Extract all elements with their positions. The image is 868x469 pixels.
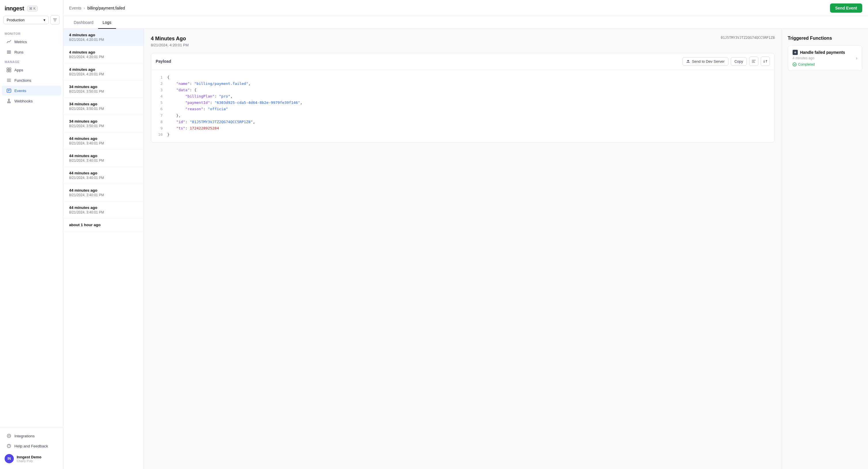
webhook-icon — [6, 98, 11, 103]
event-detail-date: 8/21/2024, 4:20:01 PM — [151, 43, 189, 47]
sidebar-item-runs[interactable]: Runs — [2, 47, 61, 57]
svg-rect-0 — [7, 51, 11, 51]
environment-dropdown[interactable]: Production ▾ — [3, 16, 49, 24]
svg-rect-7 — [7, 79, 11, 80]
function-status: Completed — [793, 62, 845, 66]
event-list-item[interactable]: 4 minutes ago 8/21/2024, 4:20:01 PM — [63, 46, 144, 63]
lines-icon — [751, 59, 756, 64]
event-time: 44 minutes ago — [69, 171, 138, 175]
send-to-dev-label: Send to Dev Server — [692, 59, 724, 64]
svg-point-11 — [7, 102, 9, 103]
sort-button[interactable] — [761, 57, 770, 66]
svg-rect-2 — [7, 53, 11, 54]
copy-button[interactable]: Copy — [731, 57, 747, 66]
event-list-item[interactable]: 44 minutes ago 8/21/2024, 3:40:01 PM — [63, 167, 144, 184]
sidebar-bottom: Integrations ? Help and Feedback IN Inng… — [0, 428, 63, 469]
sidebar-item-apps[interactable]: Apps — [2, 65, 61, 75]
env-selector: Production ▾ — [3, 15, 60, 25]
sidebar-item-label-metrics: Metrics — [14, 40, 27, 44]
event-time: 34 minutes ago — [69, 85, 138, 89]
sidebar-item-label-help: Help and Feedback — [14, 444, 48, 448]
event-list-item[interactable]: about 1 hour ago — [63, 219, 144, 232]
code-line: 2 "name": "billing/payment.failed", — [157, 81, 769, 87]
event-list-item[interactable]: 34 minutes ago 8/21/2024, 3:50:01 PM — [63, 115, 144, 132]
content-area: 4 minutes ago 8/21/2024, 4:20:01 PM 4 mi… — [63, 29, 868, 469]
function-card-left: Handle failed payments 4 minutes ago Com… — [793, 50, 845, 66]
function-name: Handle failed payments — [800, 50, 845, 55]
event-list-item[interactable]: 44 minutes ago 8/21/2024, 3:40:01 PM — [63, 184, 144, 201]
svg-rect-1 — [7, 52, 11, 52]
event-list-item[interactable]: 4 minutes ago 8/21/2024, 4:20:01 PM — [63, 63, 144, 81]
sliders-icon — [53, 18, 57, 22]
sidebar-item-label-apps: Apps — [14, 68, 23, 72]
event-date: 8/21/2024, 4:20:01 PM — [69, 38, 138, 42]
check-circle-icon — [793, 62, 797, 66]
svg-rect-8 — [7, 80, 11, 81]
sidebar-item-help[interactable]: ? Help and Feedback — [2, 441, 61, 451]
breadcrumb: Events › billing/payment.failed — [69, 6, 125, 10]
event-date: 8/21/2024, 4:20:01 PM — [69, 72, 138, 76]
svg-point-19 — [793, 63, 796, 66]
payload-card: Payload Send to Dev Server Copy — [151, 53, 775, 143]
event-list-item[interactable]: 44 minutes ago 8/21/2024, 3:40:01 PM — [63, 132, 144, 150]
user-row[interactable]: IN Inngest Demo Charly Poly — [0, 451, 63, 466]
chart-line-icon — [6, 39, 11, 44]
svg-point-15 — [8, 435, 9, 436]
sidebar-item-integrations[interactable]: Integrations — [2, 431, 61, 441]
event-time: 34 minutes ago — [69, 119, 138, 123]
environment-label: Production — [7, 18, 25, 22]
event-date: 8/21/2024, 3:50:01 PM — [69, 90, 138, 94]
event-list-item[interactable]: 4 minutes ago 8/21/2024, 4:20:01 PM — [63, 29, 144, 46]
user-name: Inngest Demo — [17, 455, 41, 459]
function-status-label: Completed — [798, 62, 815, 66]
cmd-badge[interactable]: ⌘ K — [27, 6, 38, 11]
event-date: 8/21/2024, 3:40:01 PM — [69, 176, 138, 180]
event-time: 4 minutes ago — [69, 50, 138, 54]
event-list-item[interactable]: 34 minutes ago 8/21/2024, 3:50:01 PM — [63, 81, 144, 98]
function-card[interactable]: Handle failed payments 4 minutes ago Com… — [788, 45, 862, 71]
tab-logs[interactable]: Logs — [98, 16, 116, 29]
event-date: 8/21/2024, 3:40:01 PM — [69, 159, 138, 163]
events-icon — [6, 88, 11, 93]
breadcrumb-root[interactable]: Events — [69, 6, 82, 10]
payload-actions: Send to Dev Server Copy — [682, 57, 770, 66]
code-line: 5 "paymentId": "6303d925-cda5-4d64-8b2e-… — [157, 99, 769, 106]
function-icon — [793, 50, 798, 55]
send-to-dev-button[interactable]: Send to Dev Server — [682, 57, 728, 66]
sidebar-item-functions[interactable]: Functions — [2, 75, 61, 85]
sidebar-item-events[interactable]: Events — [2, 86, 61, 96]
event-date: 8/21/2024, 4:20:01 PM — [69, 55, 138, 59]
event-time: about 1 hour ago — [69, 223, 138, 227]
send-event-button[interactable]: Send Event — [830, 3, 862, 13]
event-time: 4 minutes ago — [69, 33, 138, 37]
integrations-icon — [6, 433, 11, 438]
main-content: Events › billing/payment.failed Send Eve… — [63, 0, 868, 469]
code-line: 6 "reason": "officia" — [157, 106, 769, 112]
event-detail-header: 4 Minutes Ago 8/21/2024, 4:20:01 PM 01J5… — [151, 36, 775, 47]
event-list-item[interactable]: 34 minutes ago 8/21/2024, 3:50:01 PM — [63, 98, 144, 115]
event-time: 44 minutes ago — [69, 206, 138, 210]
event-date: 8/21/2024, 3:40:01 PM — [69, 141, 138, 145]
svg-rect-3 — [7, 68, 9, 70]
code-line: 8 "id": "01J5TMY3VJTZ2QG74QCC5RP1Z8", — [157, 119, 769, 125]
payload-header: Payload Send to Dev Server Copy — [151, 53, 774, 70]
env-settings-button[interactable] — [50, 15, 60, 25]
event-list-item[interactable]: 44 minutes ago 8/21/2024, 3:40:01 PM — [63, 150, 144, 167]
wrap-lines-button[interactable] — [749, 57, 758, 66]
event-list-item[interactable]: 44 minutes ago 8/21/2024, 3:40:01 PM — [63, 201, 144, 219]
sidebar-item-metrics[interactable]: Metrics — [2, 37, 61, 46]
event-date: 8/21/2024, 3:40:01 PM — [69, 193, 138, 197]
help-icon: ? — [6, 443, 11, 448]
tab-dashboard[interactable]: Dashboard — [69, 16, 98, 29]
manage-section-label: Manage — [0, 57, 63, 65]
sidebar-item-webhooks[interactable]: Webhooks — [2, 96, 61, 106]
event-list: 4 minutes ago 8/21/2024, 4:20:01 PM 4 mi… — [63, 29, 144, 469]
app-logo: inngest — [5, 5, 24, 12]
triggered-functions-panel: Triggered Functions Handle failed paymen… — [782, 29, 868, 469]
sidebar-item-label-integrations: Integrations — [14, 434, 35, 438]
topbar: Events › billing/payment.failed Send Eve… — [63, 0, 868, 16]
svg-rect-5 — [7, 70, 9, 72]
chevron-down-icon: ▾ — [43, 18, 45, 22]
upload-icon — [686, 59, 690, 63]
grid-icon — [6, 67, 11, 72]
